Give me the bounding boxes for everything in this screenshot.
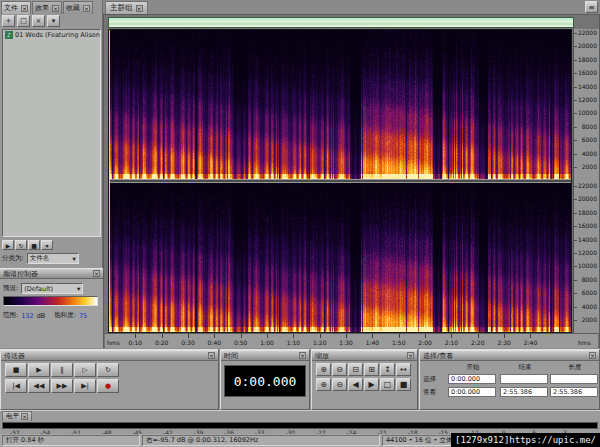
- view-length-input[interactable]: 2:55.386: [550, 387, 598, 397]
- transport-titlebar[interactable]: 传送器 ×: [1, 350, 218, 361]
- levels-panel: 电平 × -57-54-51-48-45-42-39-36-33-30-27-2…: [0, 410, 600, 434]
- timeline-tick: [267, 334, 268, 338]
- tab-main-group[interactable]: 主群组 ×: [105, 1, 148, 14]
- time-tick-label: 0:20: [152, 339, 172, 346]
- close-icon[interactable]: ×: [52, 5, 59, 12]
- freq-label-ch2: 16000: [578, 223, 597, 229]
- file-list[interactable]: ♪01 Weds (Featuring Alison: [2, 29, 101, 237]
- time-titlebar[interactable]: 时间 ×: [221, 350, 309, 361]
- selection-view-titlebar[interactable]: 选择/查看 ×: [420, 350, 599, 361]
- play-button[interactable]: ▶: [28, 363, 50, 377]
- zoom-out-horizontal-button[interactable]: ⊖: [332, 363, 347, 376]
- close-icon[interactable]: ×: [136, 5, 143, 12]
- freq-label-ch2: 18000: [578, 210, 597, 216]
- zoom-out-vertical-button[interactable]: ↔: [396, 363, 411, 376]
- freq-tick: [574, 46, 577, 47]
- file-item[interactable]: ♪01 Weds (Featuring Alison: [3, 30, 100, 40]
- sort-dropdown[interactable]: 文件名 ▾: [27, 253, 79, 264]
- playhead-cursor[interactable]: [109, 30, 110, 332]
- chevron-down-icon: ▾: [77, 285, 80, 293]
- timeline-ruler[interactable]: hms hms 0:100:200:300:400:501:001:101:20…: [105, 333, 598, 348]
- close-icon[interactable]: ×: [589, 352, 596, 359]
- selection-begin-input[interactable]: 0:00.000: [448, 374, 496, 384]
- close-file-button[interactable]: ×: [32, 15, 45, 27]
- spectral-display[interactable]: [108, 29, 572, 333]
- preview-loop-button[interactable]: ↻: [15, 240, 27, 250]
- time-display[interactable]: 0:00.000: [224, 365, 306, 397]
- close-icon[interactable]: ×: [299, 352, 306, 359]
- close-icon[interactable]: ×: [21, 413, 28, 420]
- go-to-beginning-button[interactable]: |◀: [5, 379, 27, 393]
- zoom-in-left-edge-button[interactable]: ⊕: [316, 378, 331, 391]
- status-cursor-info: 右=-95.7 dB @ 0:00.312, 16092Hz: [142, 435, 380, 446]
- pause-button[interactable]: ‖: [51, 363, 73, 377]
- close-icon[interactable]: ×: [83, 5, 90, 12]
- zoom-in-vertical-button[interactable]: ↕: [380, 363, 395, 376]
- timeline-tick: [188, 334, 189, 338]
- zoom-left-edge-button[interactable]: ◀: [348, 378, 363, 391]
- spectral-gradient-bar[interactable]: [3, 296, 98, 306]
- range-value[interactable]: 132: [21, 312, 33, 320]
- freq-tick: [574, 186, 577, 187]
- panel-menu-icon[interactable]: ≡: [585, 1, 598, 13]
- fast-forward-button[interactable]: ▶▶: [51, 379, 73, 393]
- zoom-extra-button[interactable]: ■: [396, 378, 411, 391]
- level-meter[interactable]: [2, 422, 598, 429]
- spectrogram-canvas[interactable]: [109, 30, 571, 332]
- close-icon[interactable]: ×: [21, 5, 28, 12]
- freq-tick: [574, 320, 577, 321]
- freq-tick: [574, 154, 577, 155]
- zoom-out-full-button[interactable]: ⊟: [348, 363, 363, 376]
- tab-levels[interactable]: 电平 ×: [2, 411, 32, 421]
- spectral-controls-titlebar[interactable]: 频谱控制器 ×: [0, 268, 103, 279]
- rewind-button[interactable]: ◀◀: [28, 379, 50, 393]
- preset-dropdown[interactable]: (Default) ▾: [21, 283, 83, 294]
- freq-label-ch1: 10000: [578, 110, 597, 116]
- selection-length-input[interactable]: [550, 374, 598, 384]
- view-begin-input[interactable]: 0:00.000: [448, 387, 496, 397]
- play-from-cursor-button[interactable]: ▷: [74, 363, 96, 377]
- preview-stop-button[interactable]: ■: [28, 240, 40, 250]
- preview-options-button[interactable]: ▾: [41, 240, 53, 250]
- timeline-tick: [504, 334, 505, 338]
- tab-favorites[interactable]: 收藏×: [63, 1, 93, 14]
- import-file-button[interactable]: +: [2, 15, 15, 27]
- range-label: 范围:: [3, 311, 18, 320]
- zoom-in-horizontal-button[interactable]: ⊕: [316, 363, 331, 376]
- time-tick-label: 1:30: [336, 339, 356, 346]
- selection-view-grid: 开始结束长度选择0:00.000查看0:00.0002:55.3862:55.3…: [420, 361, 599, 411]
- zoom-out-left-edge-button[interactable]: ⊖: [332, 378, 347, 391]
- record-button[interactable]: ●: [97, 379, 119, 393]
- close-icon[interactable]: ×: [208, 352, 215, 359]
- zoom-to-selection-button[interactable]: ⊞: [364, 363, 379, 376]
- tab-effects[interactable]: 效果×: [32, 1, 62, 14]
- zoom-titlebar[interactable]: 缩放 ×: [312, 350, 417, 361]
- column-header-1: 结束: [500, 363, 550, 372]
- freq-label-ch2: 12000: [578, 250, 597, 256]
- selection-end-input[interactable]: [500, 374, 548, 384]
- freq-tick: [574, 100, 577, 101]
- time-tick-label: 2:40: [520, 339, 540, 346]
- time-panel: 时间 × 0:00.000: [220, 349, 310, 410]
- zoom-row-1: ⊕⊖⊟⊞↕↔: [316, 363, 417, 376]
- options-button[interactable]: ▾: [47, 15, 60, 27]
- stop-button[interactable]: ■: [5, 363, 27, 377]
- tab-label: 收藏: [66, 3, 80, 13]
- gamma-value[interactable]: 75: [79, 312, 87, 320]
- close-icon[interactable]: ×: [93, 270, 100, 277]
- tab-files[interactable]: 文件×: [1, 1, 31, 14]
- preview-play-button[interactable]: ▶: [2, 240, 14, 250]
- view-end-input[interactable]: 2:55.386: [500, 387, 548, 397]
- session-overview-bar[interactable]: [108, 17, 574, 28]
- zoom-reset-button[interactable]: □: [380, 378, 395, 391]
- go-to-end-button[interactable]: ▶|: [74, 379, 96, 393]
- play-looped-button[interactable]: ↻: [97, 363, 119, 377]
- zoom-right-edge-button[interactable]: ▶: [364, 378, 379, 391]
- new-file-button[interactable]: □: [17, 15, 30, 27]
- timeline-tick: [372, 334, 373, 338]
- close-icon[interactable]: ×: [407, 352, 414, 359]
- time-tick-label: 1:10: [283, 339, 303, 346]
- spectral-values-row: 范围: 132 dB 饱和度: 75: [3, 311, 87, 320]
- frequency-ruler[interactable]: 2200020000180001600014000120001000080006…: [573, 29, 599, 333]
- timeline-tick: [399, 334, 400, 338]
